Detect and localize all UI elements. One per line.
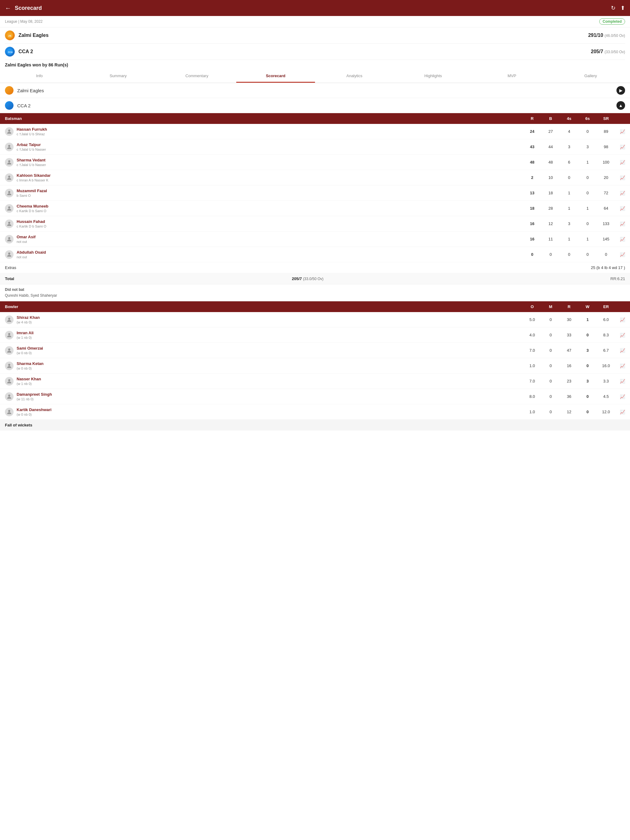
- share-button[interactable]: ⬆: [621, 5, 625, 11]
- player-chart-icon[interactable]: 📈: [615, 206, 625, 211]
- bowler-chart-icon[interactable]: 📈: [615, 333, 625, 338]
- table-row: Hassan Furrukh c †Jalal U b Shiraz 24 27…: [0, 124, 630, 139]
- team2-name: CCA 2: [19, 49, 591, 54]
- bowler-er: 12.0: [597, 409, 615, 414]
- player-fours: 0: [560, 175, 578, 180]
- innings-zalmi-name: Zalmi Eagles: [17, 88, 616, 93]
- bowling-table-header: Bowler O M R W ER: [0, 301, 630, 312]
- player-chart-icon[interactable]: 📈: [615, 160, 625, 165]
- bowler-chart-icon[interactable]: 📈: [615, 379, 625, 384]
- bowler-name: Shiraz Khan: [17, 315, 523, 320]
- player-avatar: [5, 204, 14, 213]
- bowler-maidens: 0: [541, 379, 560, 384]
- bowler-runs: 23: [560, 379, 578, 384]
- player-avatar: [5, 189, 14, 197]
- innings-cca-name: CCA 2: [17, 103, 616, 108]
- bowler-maidens: 0: [541, 333, 560, 337]
- team2-overs: (33.0/50 Ov): [605, 50, 625, 54]
- player-sixes: 0: [578, 129, 597, 134]
- dnb-players: Qureshi Habib, Syed Shaheryar: [5, 293, 57, 298]
- player-chart-icon[interactable]: 📈: [615, 129, 625, 134]
- app-header: ← Scorecard ↻ ⬆: [0, 0, 630, 16]
- sixes-col-header: 6s: [578, 116, 597, 121]
- bowler-chart-icon[interactable]: 📈: [615, 348, 625, 353]
- bowler-runs: 16: [560, 363, 578, 368]
- page-title: Scorecard: [15, 5, 606, 11]
- extras-value: 25 (b 4 lb 4 wd 17 ): [591, 265, 625, 270]
- player-chart-icon[interactable]: 📈: [615, 175, 625, 180]
- bowler-chart-icon[interactable]: 📈: [615, 317, 625, 322]
- player-avatar: [5, 362, 14, 370]
- player-name: Arbaz Talpur: [17, 142, 523, 147]
- player-info: Hassan Furrukh c †Jalal U b Shiraz: [17, 127, 523, 136]
- extras-label: Extras: [5, 265, 591, 270]
- player-avatar: [5, 143, 14, 151]
- player-fours: 0: [560, 252, 578, 257]
- player-chart-icon[interactable]: 📈: [615, 191, 625, 196]
- er-col-header: ER: [597, 305, 615, 309]
- player-fours: 3: [560, 221, 578, 226]
- bowler-name: Sharma Ketan: [17, 361, 523, 366]
- bowler-overs: 8.0: [523, 394, 541, 399]
- tab-info[interactable]: Info: [0, 70, 79, 83]
- bowler-chart-icon[interactable]: 📈: [615, 409, 625, 414]
- bowler-info: Damanpreet Singh (w 11 nb 0): [17, 392, 523, 401]
- status-badge: Completed: [599, 19, 625, 25]
- run-rate: RR:6.21: [610, 276, 625, 281]
- bowler-desc: (w 1 nb 0): [17, 382, 523, 385]
- bowler-desc: (w 0 nb 0): [17, 351, 523, 355]
- player-runs: 43: [523, 145, 541, 149]
- bowler-er: 8.3: [597, 333, 615, 337]
- player-avatar: [5, 250, 14, 259]
- bowler-runs: 30: [560, 317, 578, 322]
- innings-cca-row[interactable]: CCA 2 ▲: [0, 98, 630, 113]
- player-sr: 72: [597, 191, 615, 195]
- tab-mvp[interactable]: MVP: [473, 70, 551, 83]
- table-row: Hussain Fahad c Kartik D b Sami O 16 12 …: [0, 216, 630, 232]
- refresh-button[interactable]: ↻: [611, 5, 616, 11]
- innings-cca-collapse-icon[interactable]: ▲: [616, 101, 625, 110]
- team1-row: ZE Zalmi Eagles 291/10 (46.0/50 Ov): [5, 27, 625, 44]
- tab-highlights[interactable]: Highlights: [394, 70, 473, 83]
- player-chart-icon[interactable]: 📈: [615, 221, 625, 226]
- player-chart-icon[interactable]: 📈: [615, 252, 625, 257]
- svg-point-16: [8, 364, 11, 366]
- player-sixes: 0: [578, 191, 597, 195]
- player-name: Hussain Fahad: [17, 219, 523, 224]
- svg-point-12: [8, 253, 11, 254]
- player-avatar: [5, 158, 14, 167]
- player-avatar: [5, 174, 14, 182]
- back-icon[interactable]: ←: [5, 5, 11, 12]
- player-runs: 2: [523, 175, 541, 180]
- innings-zalmi-row[interactable]: Zalmi Eagles ▶: [0, 83, 630, 98]
- bowler-chart-icon[interactable]: 📈: [615, 394, 625, 399]
- table-row: Sharma Vedant c †Jalal U b Nasser 48 48 …: [0, 155, 630, 170]
- tab-gallery[interactable]: Gallery: [551, 70, 630, 83]
- bowler-er: 4.5: [597, 394, 615, 399]
- player-info: Sharma Vedant c †Jalal U b Nasser: [17, 158, 523, 167]
- player-balls: 12: [541, 221, 560, 226]
- player-fours: 4: [560, 129, 578, 134]
- player-sixes: 0: [578, 252, 597, 257]
- svg-point-11: [8, 237, 11, 239]
- player-sixes: 0: [578, 175, 597, 180]
- bowler-info: Kartik Daneshwari (w 0 nb 0): [17, 407, 523, 416]
- player-sr: 133: [597, 221, 615, 226]
- tab-scorecard[interactable]: Scorecard: [236, 70, 315, 83]
- innings-zalmi-expand-icon[interactable]: ▶: [616, 86, 625, 95]
- did-not-bat-row: Did not bat Qureshi Habib, Syed Shaherya…: [0, 284, 630, 301]
- player-name: Muzammil Fazal: [17, 188, 523, 193]
- cca-logo-circle: CCA: [5, 47, 15, 57]
- team2-row: CCA CCA 2 205/7 (33.0/50 Ov): [5, 44, 625, 60]
- bowler-runs: 33: [560, 333, 578, 337]
- player-chart-icon[interactable]: 📈: [615, 145, 625, 149]
- bowler-chart-icon[interactable]: 📈: [615, 363, 625, 368]
- bowler-runs: 36: [560, 394, 578, 399]
- tab-analytics[interactable]: Analytics: [315, 70, 394, 83]
- player-chart-icon[interactable]: 📈: [615, 237, 625, 242]
- tab-summary[interactable]: Summary: [79, 70, 157, 83]
- tab-commentary[interactable]: Commentary: [157, 70, 236, 83]
- player-name: Kahloon Sikandar: [17, 173, 523, 178]
- innings-zalmi-logo-circle: [5, 86, 14, 95]
- bowler-desc: (w 0 nb 0): [17, 413, 523, 416]
